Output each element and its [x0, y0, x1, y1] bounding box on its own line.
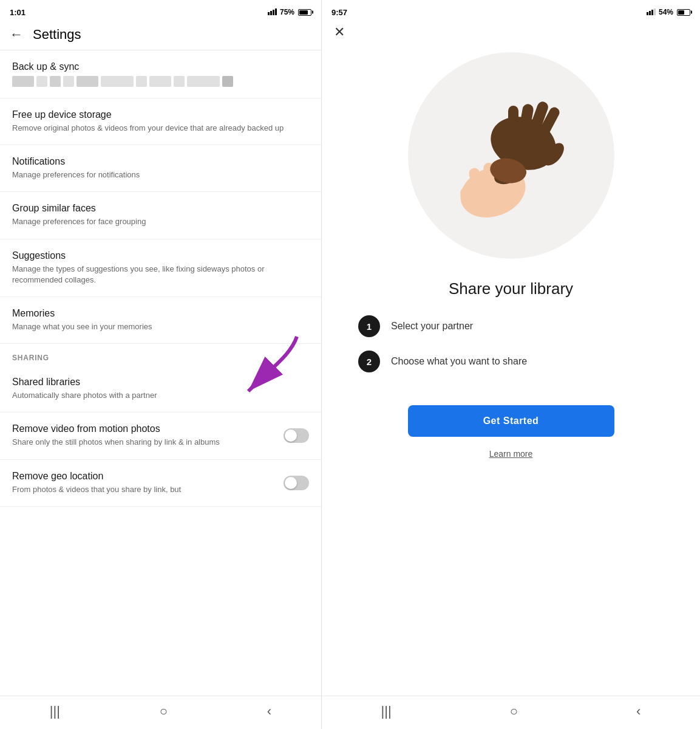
toggle-knob — [285, 430, 297, 442]
nav-home-right[interactable]: ○ — [510, 703, 518, 719]
left-panel: 1:01 75% ← Settings Back up & sync — [0, 0, 322, 729]
time-left: 1:01 — [10, 8, 25, 17]
remove-geo-toggle[interactable] — [284, 476, 309, 490]
step-item-2: 2 Choose what you want to share — [358, 351, 664, 372]
svg-rect-7 — [651, 10, 653, 15]
settings-item-remove-video[interactable]: Remove video from motion photos Share on… — [0, 412, 321, 459]
nav-menu-left[interactable]: ||| — [50, 703, 60, 719]
nav-back-right[interactable]: ‹ — [636, 703, 641, 719]
remove-video-title: Remove video from motion photos — [12, 423, 276, 434]
toggle-knob-geo — [285, 477, 297, 489]
settings-item-shared-libraries[interactable]: Shared libraries Automatically share pho… — [0, 366, 321, 412]
svg-rect-2 — [273, 10, 274, 15]
settings-item-remove-geo[interactable]: Remove geo location From photos & videos… — [0, 460, 321, 507]
settings-item-notifications[interactable]: Notifications Manage preferences for not… — [0, 145, 321, 192]
remove-geo-desc: From photos & videos that you share by l… — [12, 484, 276, 495]
svg-rect-3 — [275, 9, 277, 15]
settings-list: Back up & sync Free up device storage Re… — [0, 50, 321, 696]
free-storage-desc: Remove original photos & videos from you… — [12, 123, 309, 134]
signal-icon-right — [647, 8, 656, 16]
sharing-section-label: SHARING — [0, 344, 321, 366]
remove-geo-row: Remove geo location From photos & videos… — [12, 471, 309, 495]
nav-menu-right[interactable]: ||| — [381, 703, 392, 719]
settings-item-suggestions[interactable]: Suggestions Manage the types of suggesti… — [0, 239, 321, 297]
battery-text-right: 54% — [659, 8, 673, 16]
settings-item-backup[interactable]: Back up & sync — [0, 50, 321, 98]
battery-text-left: 75% — [280, 8, 294, 16]
signal-icon-left — [268, 8, 277, 16]
remove-video-row: Remove video from motion photos Share on… — [12, 423, 309, 448]
illustration-container — [408, 52, 614, 259]
remove-video-toggle[interactable] — [284, 428, 309, 443]
battery-icon-right — [677, 9, 690, 16]
shared-libraries-desc: Automatically share photos with a partne… — [12, 390, 309, 401]
status-icons-right: 54% — [647, 8, 690, 16]
group-faces-title: Group similar faces — [12, 203, 309, 214]
backup-title: Back up & sync — [12, 61, 309, 72]
svg-rect-6 — [649, 11, 651, 15]
step-number-1: 1 — [358, 315, 380, 337]
settings-title: Settings — [33, 27, 81, 43]
back-button[interactable]: ← — [10, 27, 23, 43]
notifications-desc: Manage preferences for notifications — [12, 169, 309, 180]
hands-illustration — [426, 64, 596, 247]
group-faces-desc: Manage preferences for face grouping — [12, 216, 309, 227]
step-number-2: 2 — [358, 351, 380, 372]
memories-title: Memories — [12, 308, 309, 319]
svg-rect-0 — [268, 12, 270, 15]
settings-item-group-faces[interactable]: Group similar faces Manage preferences f… — [0, 192, 321, 239]
bottom-nav-left: ||| ○ ‹ — [0, 696, 321, 729]
close-button[interactable]: ✕ — [331, 22, 347, 42]
status-icons-left: 75% — [268, 8, 311, 16]
battery-icon-left — [298, 9, 311, 16]
nav-home-left[interactable]: ○ — [160, 703, 168, 719]
status-bar-left: 1:01 75% — [0, 0, 321, 22]
close-row: ✕ — [322, 22, 700, 40]
svg-rect-5 — [647, 12, 648, 15]
memories-desc: Manage what you see in your memories — [12, 321, 309, 332]
remove-video-desc: Share only the still photos when sharing… — [12, 437, 276, 448]
steps-container: 1 Select your partner 2 Choose what you … — [322, 315, 700, 386]
suggestions-title: Suggestions — [12, 250, 309, 261]
free-storage-title: Free up device storage — [12, 109, 309, 120]
bottom-nav-right: ||| ○ ‹ — [322, 696, 700, 729]
backup-bars — [12, 76, 309, 87]
step-text-1: Select your partner — [391, 321, 473, 332]
time-right: 9:57 — [331, 8, 347, 17]
shared-libraries-title: Shared libraries — [12, 377, 309, 388]
right-panel: 9:57 54% ✕ — [322, 0, 700, 729]
remove-geo-content: Remove geo location From photos & videos… — [12, 471, 284, 495]
remove-geo-title: Remove geo location — [12, 471, 276, 482]
svg-rect-8 — [654, 9, 656, 15]
svg-rect-1 — [270, 11, 272, 15]
status-bar-right: 9:57 54% — [322, 0, 700, 22]
share-title: Share your library — [449, 279, 573, 298]
settings-item-free-storage[interactable]: Free up device storage Remove original p… — [0, 98, 321, 145]
step-item-1: 1 Select your partner — [358, 315, 664, 337]
right-content: Share your library 1 Select your partner… — [322, 40, 700, 696]
suggestions-desc: Manage the types of suggestions you see,… — [12, 264, 309, 286]
remove-video-content: Remove video from motion photos Share on… — [12, 423, 284, 448]
nav-back-left[interactable]: ‹ — [267, 703, 271, 719]
get-started-button[interactable]: Get Started — [408, 405, 614, 437]
app-header: ← Settings — [0, 22, 321, 50]
notifications-title: Notifications — [12, 156, 309, 167]
step-text-2: Choose what you want to share — [391, 356, 527, 367]
svg-rect-19 — [508, 106, 518, 140]
settings-item-memories[interactable]: Memories Manage what you see in your mem… — [0, 297, 321, 344]
learn-more-link[interactable]: Learn more — [489, 449, 533, 459]
